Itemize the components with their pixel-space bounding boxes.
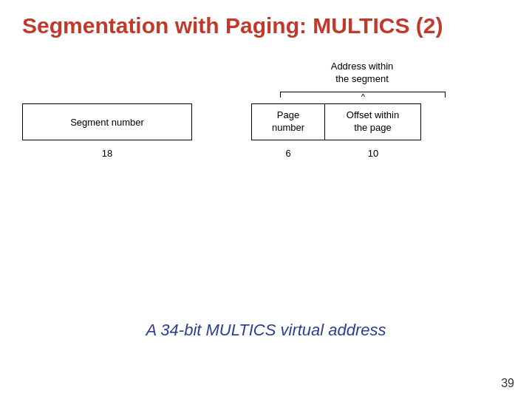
- slide-container: Segmentation with Paging: MULTICS (2) Ad…: [0, 0, 532, 399]
- offset-box: Offset within the page: [325, 103, 421, 140]
- bit-page-label: 6: [251, 148, 325, 159]
- offset-box-label: Offset within the page: [347, 109, 399, 134]
- box-gap: [192, 103, 251, 140]
- boxes-row: Segment number Page number Offset within…: [22, 103, 510, 140]
- bit-labels-row: 18 6 10: [22, 148, 510, 159]
- brace-arrow: ^: [361, 92, 365, 101]
- slide-title: Segmentation with Paging: MULTICS (2): [22, 13, 510, 38]
- segment-box-label: Segment number: [70, 117, 144, 128]
- page-box: Page number: [251, 103, 325, 140]
- diagram-area: Address within the segment ^ Segment num…: [22, 61, 510, 208]
- addr-label: Address within the segment: [281, 61, 443, 86]
- addr-label-line1: Address within: [331, 61, 394, 72]
- segment-box: Segment number: [22, 103, 192, 140]
- subtitle: A 34-bit MULTICS virtual address: [146, 321, 386, 340]
- bit-segment-label: 18: [22, 148, 192, 159]
- page-box-label: Page number: [272, 109, 304, 134]
- bit-offset-label: 10: [325, 148, 421, 159]
- addr-label-line2: the segment: [335, 73, 389, 84]
- slide-number: 39: [501, 377, 514, 390]
- bit-gap: [192, 148, 251, 159]
